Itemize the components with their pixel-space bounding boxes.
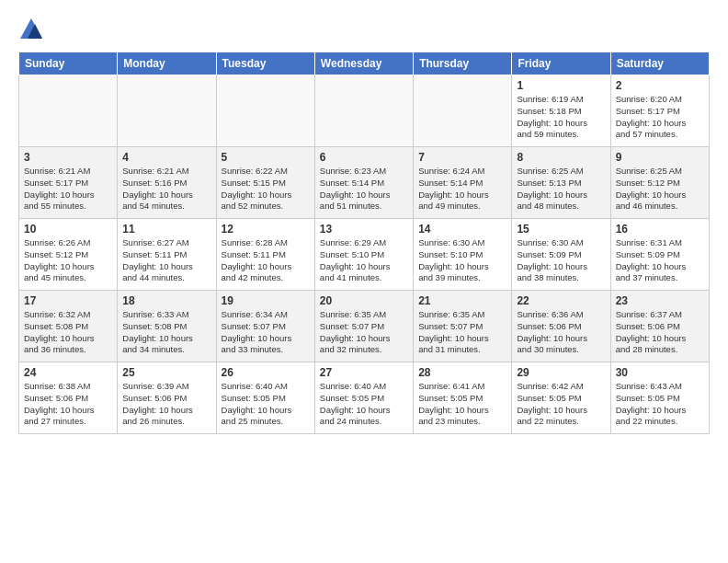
day-number: 2 bbox=[616, 79, 704, 92]
day-number: 9 bbox=[616, 151, 704, 164]
day-number: 20 bbox=[320, 294, 408, 307]
day-number: 16 bbox=[616, 223, 704, 236]
calendar-cell: 15Sunrise: 6:30 AM Sunset: 5:09 PM Dayli… bbox=[512, 219, 610, 291]
day-info: Sunrise: 6:39 AM Sunset: 5:06 PM Dayligh… bbox=[122, 381, 210, 428]
day-number: 17 bbox=[24, 294, 112, 307]
day-info: Sunrise: 6:25 AM Sunset: 5:12 PM Dayligh… bbox=[616, 166, 704, 213]
calendar-cell: 27Sunrise: 6:40 AM Sunset: 5:05 PM Dayli… bbox=[314, 362, 413, 434]
calendar-header-sunday: Sunday bbox=[19, 52, 118, 75]
day-info: Sunrise: 6:41 AM Sunset: 5:05 PM Dayligh… bbox=[418, 381, 506, 428]
day-number: 3 bbox=[24, 151, 112, 164]
calendar-header-row: SundayMondayTuesdayWednesdayThursdayFrid… bbox=[19, 52, 710, 75]
logo bbox=[18, 17, 48, 42]
day-number: 12 bbox=[222, 223, 310, 236]
logo-icon bbox=[18, 17, 44, 42]
day-info: Sunrise: 6:24 AM Sunset: 5:14 PM Dayligh… bbox=[418, 166, 506, 213]
day-number: 30 bbox=[616, 366, 704, 379]
calendar-cell: 24Sunrise: 6:38 AM Sunset: 5:06 PM Dayli… bbox=[19, 362, 118, 434]
day-number: 28 bbox=[418, 366, 506, 379]
day-info: Sunrise: 6:32 AM Sunset: 5:08 PM Dayligh… bbox=[24, 309, 112, 356]
day-number: 21 bbox=[418, 294, 506, 307]
calendar-cell: 9Sunrise: 6:25 AM Sunset: 5:12 PM Daylig… bbox=[610, 147, 709, 219]
day-info: Sunrise: 6:37 AM Sunset: 5:06 PM Dayligh… bbox=[616, 309, 704, 356]
calendar-cell: 20Sunrise: 6:35 AM Sunset: 5:07 PM Dayli… bbox=[314, 291, 413, 362]
day-number: 7 bbox=[418, 151, 506, 164]
day-number: 5 bbox=[222, 151, 310, 164]
calendar-week-5: 24Sunrise: 6:38 AM Sunset: 5:06 PM Dayli… bbox=[19, 362, 710, 434]
calendar-cell: 18Sunrise: 6:33 AM Sunset: 5:08 PM Dayli… bbox=[118, 291, 216, 362]
day-info: Sunrise: 6:30 AM Sunset: 5:09 PM Dayligh… bbox=[517, 237, 605, 284]
day-number: 22 bbox=[517, 294, 605, 307]
calendar-cell: 25Sunrise: 6:39 AM Sunset: 5:06 PM Dayli… bbox=[118, 362, 216, 434]
day-info: Sunrise: 6:25 AM Sunset: 5:13 PM Dayligh… bbox=[517, 166, 605, 213]
calendar-cell bbox=[414, 75, 512, 147]
header bbox=[18, 17, 710, 42]
calendar-header-tuesday: Tuesday bbox=[216, 52, 314, 75]
calendar-cell: 17Sunrise: 6:32 AM Sunset: 5:08 PM Dayli… bbox=[19, 291, 118, 362]
day-number: 27 bbox=[320, 366, 408, 379]
calendar-header-monday: Monday bbox=[118, 52, 216, 75]
day-info: Sunrise: 6:36 AM Sunset: 5:06 PM Dayligh… bbox=[517, 309, 605, 356]
calendar-cell: 3Sunrise: 6:21 AM Sunset: 5:17 PM Daylig… bbox=[19, 147, 118, 219]
calendar-header-wednesday: Wednesday bbox=[314, 52, 413, 75]
day-info: Sunrise: 6:28 AM Sunset: 5:11 PM Dayligh… bbox=[222, 237, 310, 284]
day-info: Sunrise: 6:31 AM Sunset: 5:09 PM Dayligh… bbox=[616, 237, 704, 284]
calendar-cell: 2Sunrise: 6:20 AM Sunset: 5:17 PM Daylig… bbox=[610, 75, 709, 147]
day-info: Sunrise: 6:23 AM Sunset: 5:14 PM Dayligh… bbox=[320, 166, 408, 213]
day-number: 15 bbox=[517, 223, 605, 236]
calendar-cell: 6Sunrise: 6:23 AM Sunset: 5:14 PM Daylig… bbox=[314, 147, 413, 219]
day-info: Sunrise: 6:29 AM Sunset: 5:10 PM Dayligh… bbox=[320, 237, 408, 284]
day-number: 8 bbox=[517, 151, 605, 164]
day-number: 13 bbox=[320, 223, 408, 236]
calendar-cell bbox=[216, 75, 314, 147]
calendar-cell: 21Sunrise: 6:35 AM Sunset: 5:07 PM Dayli… bbox=[414, 291, 512, 362]
day-number: 10 bbox=[24, 223, 112, 236]
calendar-cell: 22Sunrise: 6:36 AM Sunset: 5:06 PM Dayli… bbox=[512, 291, 610, 362]
day-info: Sunrise: 6:26 AM Sunset: 5:12 PM Dayligh… bbox=[24, 237, 112, 284]
day-number: 6 bbox=[320, 151, 408, 164]
day-info: Sunrise: 6:40 AM Sunset: 5:05 PM Dayligh… bbox=[320, 381, 408, 428]
day-number: 24 bbox=[24, 366, 112, 379]
page: SundayMondayTuesdayWednesdayThursdayFrid… bbox=[0, 0, 728, 563]
day-info: Sunrise: 6:34 AM Sunset: 5:07 PM Dayligh… bbox=[222, 309, 310, 356]
day-info: Sunrise: 6:35 AM Sunset: 5:07 PM Dayligh… bbox=[320, 309, 408, 356]
calendar-week-1: 1Sunrise: 6:19 AM Sunset: 5:18 PM Daylig… bbox=[19, 75, 710, 147]
day-info: Sunrise: 6:19 AM Sunset: 5:18 PM Dayligh… bbox=[517, 94, 605, 141]
calendar-week-3: 10Sunrise: 6:26 AM Sunset: 5:12 PM Dayli… bbox=[19, 219, 710, 291]
day-info: Sunrise: 6:33 AM Sunset: 5:08 PM Dayligh… bbox=[122, 309, 210, 356]
calendar-cell: 10Sunrise: 6:26 AM Sunset: 5:12 PM Dayli… bbox=[19, 219, 118, 291]
day-number: 4 bbox=[122, 151, 210, 164]
day-info: Sunrise: 6:30 AM Sunset: 5:10 PM Dayligh… bbox=[418, 237, 506, 284]
calendar-cell bbox=[118, 75, 216, 147]
day-number: 11 bbox=[122, 223, 210, 236]
day-info: Sunrise: 6:22 AM Sunset: 5:15 PM Dayligh… bbox=[222, 166, 310, 213]
day-number: 19 bbox=[222, 294, 310, 307]
day-number: 23 bbox=[616, 294, 704, 307]
calendar-cell bbox=[314, 75, 413, 147]
day-info: Sunrise: 6:20 AM Sunset: 5:17 PM Dayligh… bbox=[616, 94, 704, 141]
calendar-cell: 5Sunrise: 6:22 AM Sunset: 5:15 PM Daylig… bbox=[216, 147, 314, 219]
calendar-cell bbox=[19, 75, 118, 147]
calendar-cell: 4Sunrise: 6:21 AM Sunset: 5:16 PM Daylig… bbox=[118, 147, 216, 219]
calendar-cell: 14Sunrise: 6:30 AM Sunset: 5:10 PM Dayli… bbox=[414, 219, 512, 291]
calendar-cell: 8Sunrise: 6:25 AM Sunset: 5:13 PM Daylig… bbox=[512, 147, 610, 219]
calendar-cell: 29Sunrise: 6:42 AM Sunset: 5:05 PM Dayli… bbox=[512, 362, 610, 434]
calendar-cell: 1Sunrise: 6:19 AM Sunset: 5:18 PM Daylig… bbox=[512, 75, 610, 147]
calendar-header-friday: Friday bbox=[512, 52, 610, 75]
day-info: Sunrise: 6:27 AM Sunset: 5:11 PM Dayligh… bbox=[122, 237, 210, 284]
day-info: Sunrise: 6:40 AM Sunset: 5:05 PM Dayligh… bbox=[222, 381, 310, 428]
day-info: Sunrise: 6:21 AM Sunset: 5:17 PM Dayligh… bbox=[24, 166, 112, 213]
day-info: Sunrise: 6:43 AM Sunset: 5:05 PM Dayligh… bbox=[616, 381, 704, 428]
calendar-cell: 19Sunrise: 6:34 AM Sunset: 5:07 PM Dayli… bbox=[216, 291, 314, 362]
calendar-cell: 12Sunrise: 6:28 AM Sunset: 5:11 PM Dayli… bbox=[216, 219, 314, 291]
day-number: 25 bbox=[122, 366, 210, 379]
calendar-cell: 13Sunrise: 6:29 AM Sunset: 5:10 PM Dayli… bbox=[314, 219, 413, 291]
day-info: Sunrise: 6:38 AM Sunset: 5:06 PM Dayligh… bbox=[24, 381, 112, 428]
day-number: 14 bbox=[418, 223, 506, 236]
day-number: 18 bbox=[122, 294, 210, 307]
day-info: Sunrise: 6:21 AM Sunset: 5:16 PM Dayligh… bbox=[122, 166, 210, 213]
calendar-cell: 30Sunrise: 6:43 AM Sunset: 5:05 PM Dayli… bbox=[610, 362, 709, 434]
calendar-cell: 28Sunrise: 6:41 AM Sunset: 5:05 PM Dayli… bbox=[414, 362, 512, 434]
calendar-header-saturday: Saturday bbox=[610, 52, 709, 75]
calendar: SundayMondayTuesdayWednesdayThursdayFrid… bbox=[18, 52, 710, 434]
